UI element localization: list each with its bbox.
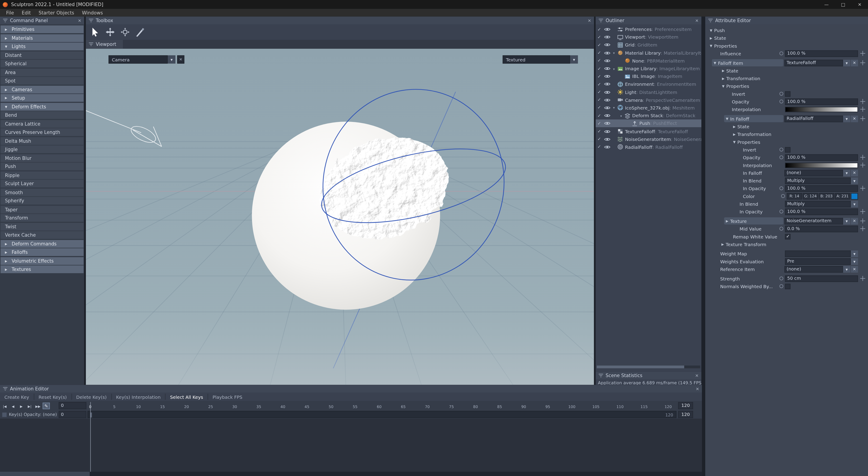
opacity-input[interactable]: 100.0 %: [785, 154, 858, 161]
add-track-icon[interactable]: [860, 154, 866, 160]
close-panel-icon[interactable]: ✕: [696, 386, 699, 391]
enabled-check-icon[interactable]: ✓: [596, 121, 603, 126]
outliner-item-preferences[interactable]: ✓Preferences : PreferencesItem: [596, 26, 702, 33]
cp-item-jiggle[interactable]: Jiggle: [0, 145, 84, 153]
display-mode-field[interactable]: Textured: [503, 55, 570, 64]
play-button[interactable]: ▶: [18, 403, 25, 409]
texture-section[interactable]: ▶ Texture: [724, 217, 783, 225]
normals-weighted-checkbox[interactable]: [785, 283, 790, 289]
cp-item-motion-blur[interactable]: Motion Blur: [0, 154, 84, 162]
keyframe-toggle-icon[interactable]: [779, 227, 783, 231]
clear-icon[interactable]: ✕: [851, 218, 858, 224]
texture-value[interactable]: NoiseGeneratorItem: [784, 218, 843, 224]
chevron-down-icon[interactable]: ▼: [843, 170, 850, 176]
outliner-item-material-library[interactable]: ✓▾Material Library : MaterialLibraryItem: [596, 49, 702, 57]
enabled-check-icon[interactable]: ✓: [596, 50, 603, 55]
menu-file[interactable]: File: [2, 10, 18, 15]
keyframe-toggle-icon[interactable]: [779, 148, 783, 151]
add-track-icon[interactable]: [860, 185, 866, 191]
chevron-down-icon[interactable]: ▾: [611, 106, 617, 110]
mid-value-input[interactable]: 0.0 %: [785, 225, 858, 232]
timeline-ruler[interactable]: 0510152025303540455055606570758085909510…: [88, 401, 677, 411]
panel-menu-icon[interactable]: [89, 18, 94, 23]
scrollbar-thumb[interactable]: [0, 472, 90, 476]
panel-menu-icon[interactable]: [3, 18, 8, 23]
panel-menu-icon[interactable]: [598, 373, 603, 378]
opacity-input[interactable]: 100.0 %: [785, 98, 858, 105]
cp-item-spherical[interactable]: Spherical: [0, 60, 84, 67]
eye-icon[interactable]: [603, 59, 611, 63]
enabled-check-icon[interactable]: ✓: [596, 82, 603, 87]
add-track-icon[interactable]: [860, 226, 866, 232]
cp-item-distant[interactable]: Distant: [0, 51, 84, 59]
chevron-down-icon[interactable]: ▼: [851, 201, 858, 207]
eye-icon[interactable]: [603, 137, 611, 142]
chevron-down-icon[interactable]: ▼: [168, 55, 176, 64]
outliner-item-grid[interactable]: ✓Grid : GridItem: [596, 41, 702, 49]
outliner-item-icosphere-327k-obj[interactable]: ✓▾IcoSphere_327k.obj : MeshItem: [596, 104, 702, 112]
add-track-icon[interactable]: [860, 208, 866, 214]
current-frame-input[interactable]: 0: [59, 402, 86, 409]
outliner-item-light[interactable]: ✓Light : DistantLightItem: [596, 88, 702, 96]
outliner-item-noisegeneratoritem[interactable]: ✓NoiseGeneratorItem : NoiseGeneratorItem: [596, 135, 702, 143]
add-track-icon[interactable]: [860, 218, 866, 224]
cp-item-area[interactable]: Area: [0, 68, 84, 76]
eye-icon[interactable]: [603, 145, 611, 149]
color-g-input[interactable]: G: 124: [803, 193, 818, 199]
cp-item-delta-mush[interactable]: Delta Mush: [0, 137, 84, 144]
strength-input[interactable]: 50 cm: [785, 275, 858, 281]
ae-section-push[interactable]: ▼ Push: [705, 27, 866, 34]
viewport-3d-view[interactable]: [86, 49, 594, 385]
anim-playback-fps-button[interactable]: Playback FPS: [208, 394, 247, 400]
keyframe-toggle-icon[interactable]: [779, 186, 783, 190]
chevron-down-icon[interactable]: ▼: [851, 177, 858, 184]
influence-input[interactable]: 100.0 %: [785, 50, 858, 57]
interpolation-gradient[interactable]: [785, 162, 858, 168]
menu-edit[interactable]: Edit: [18, 10, 35, 15]
track-timeline[interactable]: 120: [88, 411, 677, 418]
cp-item-twist[interactable]: Twist: [0, 223, 84, 230]
go-to-start-button[interactable]: |◀: [1, 403, 8, 409]
chevron-down-icon[interactable]: ▼: [851, 250, 858, 257]
add-track-icon[interactable]: [860, 50, 866, 57]
outliner-item-camera[interactable]: ✓Camera : PerspectiveCameraItem: [596, 96, 702, 104]
camera-select-field[interactable]: Camera: [108, 55, 168, 64]
in-blend-value[interactable]: Multiply: [785, 201, 851, 207]
ae-section-texture-transform[interactable]: ▶ Texture Transform: [705, 240, 866, 248]
add-track-icon[interactable]: [860, 115, 866, 122]
curve-editor-area[interactable]: [0, 419, 702, 472]
enabled-check-icon[interactable]: ✓: [596, 74, 603, 79]
eye-icon[interactable]: [603, 121, 611, 126]
reference-item-value[interactable]: (none): [784, 266, 843, 272]
animation-horizontal-scrollbar[interactable]: [0, 472, 702, 476]
ae-section-if-state[interactable]: ▶ State: [705, 123, 866, 130]
chevron-down-icon[interactable]: ▼: [843, 59, 850, 66]
enabled-check-icon[interactable]: ✓: [596, 137, 603, 142]
enabled-check-icon[interactable]: ✓: [596, 113, 603, 118]
clear-icon[interactable]: ✕: [851, 59, 858, 66]
select-tool[interactable]: [89, 26, 101, 38]
remap-white-checkbox[interactable]: [785, 234, 790, 239]
in-falloff-value[interactable]: RadialFalloff: [784, 115, 843, 122]
in-opacity-input[interactable]: 100.0 %: [785, 208, 858, 215]
falloff-item-section[interactable]: ▼ Falloff Item: [712, 59, 783, 66]
keyframe-toggle-icon[interactable]: [779, 92, 783, 96]
chevron-down-icon[interactable]: ▾: [611, 67, 617, 70]
keyframe-toggle-icon[interactable]: [779, 276, 783, 280]
in-falloff-section[interactable]: ▼ In Falloff: [724, 115, 783, 122]
enabled-check-icon[interactable]: ✓: [596, 42, 603, 47]
step-forward-button[interactable]: ▶|: [26, 403, 33, 409]
panel-menu-icon[interactable]: [3, 386, 8, 391]
enabled-check-icon[interactable]: ✓: [596, 35, 603, 40]
cp-section-setup[interactable]: ▶Setup: [0, 94, 84, 102]
in-blend-value[interactable]: Multiply: [785, 177, 851, 184]
chevron-down-icon[interactable]: ▼: [843, 266, 850, 272]
invert-checkbox[interactable]: [785, 147, 790, 152]
clear-icon[interactable]: ✕: [851, 266, 858, 272]
weight-map-select[interactable]: [785, 250, 851, 257]
cp-item-bend[interactable]: Bend: [0, 111, 84, 119]
playhead[interactable]: [90, 402, 91, 472]
close-panel-icon[interactable]: ✕: [695, 18, 699, 23]
chevron-down-icon[interactable]: ▾: [611, 51, 617, 55]
keyframe-toggle-icon[interactable]: [779, 100, 783, 103]
